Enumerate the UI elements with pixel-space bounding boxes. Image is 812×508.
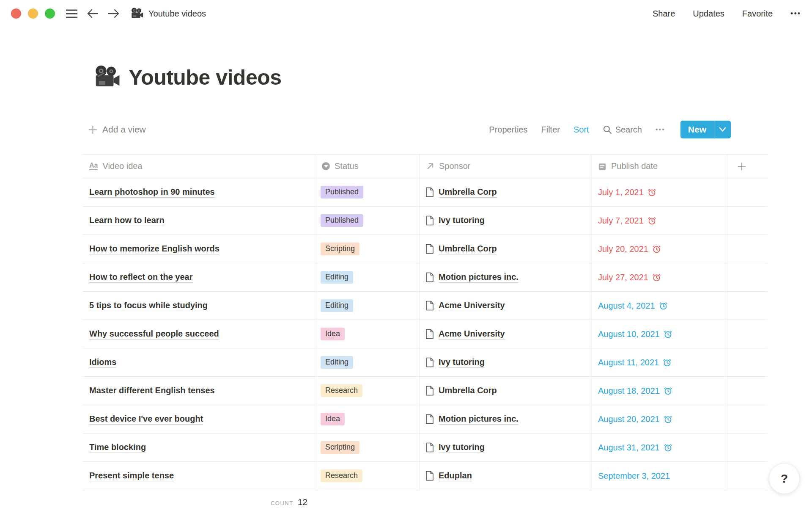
new-button[interactable]: New	[680, 121, 731, 138]
video-idea-cell[interactable]: Learn how to learn	[82, 207, 315, 235]
publish-date-cell[interactable]: July 20, 2021	[591, 235, 727, 263]
status-badge[interactable]: Scripting	[321, 243, 359, 255]
video-idea-link[interactable]: 5 tips to focus while studying	[89, 301, 208, 311]
page-emoji-movie-camera-icon[interactable]	[94, 64, 120, 91]
minimize-window-button[interactable]	[28, 8, 38, 19]
table-row[interactable]: Master different English tenses Research…	[82, 377, 768, 405]
publish-date-cell[interactable]: July 1, 2021	[591, 178, 727, 206]
filter-button[interactable]: Filter	[541, 125, 560, 135]
status-badge[interactable]: Published	[321, 186, 363, 199]
updates-button[interactable]: Updates	[693, 9, 724, 19]
status-badge[interactable]: Research	[321, 469, 362, 482]
publish-date-cell[interactable]: August 31, 2021	[591, 433, 727, 461]
count-row[interactable]: COUNT 12	[82, 490, 315, 507]
column-header-publish-date[interactable]: Publish date	[591, 155, 727, 178]
publish-date-cell[interactable]: August 20, 2021	[591, 405, 727, 433]
publish-date-cell[interactable]: August 4, 2021	[591, 292, 727, 320]
sponsor-cell[interactable]: Acme University	[420, 320, 591, 348]
status-cell[interactable]: Editing	[315, 292, 420, 320]
video-idea-link[interactable]: Learn photoshop in 90 minutes	[89, 187, 215, 198]
status-badge[interactable]: Scripting	[321, 441, 359, 454]
video-idea-cell[interactable]: Learn photoshop in 90 minutes	[82, 178, 315, 206]
table-row[interactable]: 5 tips to focus while studying Editing A…	[82, 292, 768, 320]
status-cell[interactable]: Idea	[315, 405, 420, 433]
video-idea-cell[interactable]: Time blocking	[82, 433, 315, 461]
status-cell[interactable]: Research	[315, 462, 420, 490]
sponsor-link[interactable]: Motion pictures inc.	[439, 272, 518, 283]
share-button[interactable]: Share	[653, 9, 675, 19]
table-row[interactable]: Time blocking Scripting Ivy tutoring Aug…	[82, 433, 768, 462]
add-view-button[interactable]: Add a view	[82, 124, 146, 135]
sort-button[interactable]: Sort	[573, 125, 589, 135]
video-idea-link[interactable]: How to memorize English words	[89, 244, 219, 254]
table-row[interactable]: Present simple tense Research Eduplan Se…	[82, 462, 768, 490]
sponsor-link[interactable]: Umbrella Corp	[439, 244, 497, 254]
back-arrow-icon[interactable]	[87, 8, 99, 19]
view-more-options-icon[interactable]: •••	[656, 126, 665, 133]
sponsor-cell[interactable]: Acme University	[420, 292, 591, 320]
video-idea-cell[interactable]: Present simple tense	[82, 462, 315, 490]
sponsor-link[interactable]: Ivy tutoring	[439, 215, 485, 226]
status-cell[interactable]: Editing	[315, 263, 420, 291]
sponsor-link[interactable]: Motion pictures inc.	[439, 414, 518, 425]
video-idea-cell[interactable]: Why successful people succeed	[82, 320, 315, 348]
table-row[interactable]: Learn how to learn Published Ivy tutorin…	[82, 207, 768, 235]
sponsor-link[interactable]: Eduplan	[439, 471, 472, 481]
sponsor-cell[interactable]: Motion pictures inc.	[420, 263, 591, 291]
sponsor-link[interactable]: Ivy tutoring	[439, 442, 485, 453]
video-idea-cell[interactable]: How to memorize English words	[82, 235, 315, 263]
sponsor-link[interactable]: Ivy tutoring	[439, 357, 485, 368]
status-badge[interactable]: Published	[321, 214, 363, 227]
properties-button[interactable]: Properties	[489, 125, 527, 135]
sponsor-link[interactable]: Umbrella Corp	[439, 187, 497, 198]
status-badge[interactable]: Idea	[321, 328, 345, 340]
status-badge[interactable]: Editing	[321, 356, 353, 369]
favorite-button[interactable]: Favorite	[742, 9, 773, 19]
video-idea-link[interactable]: Idioms	[89, 357, 116, 368]
status-badge[interactable]: Research	[321, 384, 362, 397]
sponsor-link[interactable]: Acme University	[439, 329, 505, 340]
column-header-sponsor[interactable]: Sponsor	[420, 155, 591, 178]
hamburger-menu-icon[interactable]	[66, 9, 77, 18]
video-idea-link[interactable]: Time blocking	[89, 442, 146, 453]
sponsor-cell[interactable]: Umbrella Corp	[420, 377, 591, 405]
table-row[interactable]: Idioms Editing Ivy tutoring August 11, 2…	[82, 348, 768, 377]
table-row[interactable]: Learn photoshop in 90 minutes Published …	[82, 178, 768, 207]
sponsor-cell[interactable]: Motion pictures inc.	[420, 405, 591, 433]
add-column-button[interactable]	[727, 155, 768, 178]
publish-date-cell[interactable]: July 27, 2021	[591, 263, 727, 291]
publish-date-cell[interactable]: August 18, 2021	[591, 377, 727, 405]
sponsor-cell[interactable]: Umbrella Corp	[420, 235, 591, 263]
chevron-down-icon[interactable]	[714, 121, 731, 138]
column-header-video-idea[interactable]: Aa Video idea	[82, 155, 315, 178]
sponsor-cell[interactable]: Umbrella Corp	[420, 178, 591, 206]
status-cell[interactable]: Published	[315, 207, 420, 235]
status-cell[interactable]: Scripting	[315, 235, 420, 263]
publish-date-cell[interactable]: August 11, 2021	[591, 348, 727, 376]
publish-date-cell[interactable]: July 7, 2021	[591, 207, 727, 235]
video-idea-link[interactable]: Present simple tense	[89, 471, 174, 481]
sponsor-link[interactable]: Acme University	[439, 301, 505, 311]
more-options-icon[interactable]: •••	[790, 9, 801, 18]
publish-date-cell[interactable]: September 3, 2021	[591, 462, 727, 490]
sponsor-cell[interactable]: Eduplan	[420, 462, 591, 490]
video-idea-link[interactable]: Best device I've ever bought	[89, 414, 203, 425]
sponsor-link[interactable]: Umbrella Corp	[439, 386, 497, 396]
video-idea-link[interactable]: Learn how to learn	[89, 215, 165, 226]
table-row[interactable]: How to memorize English words Scripting …	[82, 235, 768, 263]
status-badge[interactable]: Idea	[321, 413, 345, 425]
status-cell[interactable]: Idea	[315, 320, 420, 348]
status-cell[interactable]: Editing	[315, 348, 420, 376]
forward-arrow-icon[interactable]	[108, 8, 120, 19]
video-idea-cell[interactable]: 5 tips to focus while studying	[82, 292, 315, 320]
table-row[interactable]: Why successful people succeed Idea Acme …	[82, 320, 768, 348]
page-title[interactable]: Youtube videos	[129, 65, 282, 90]
column-header-status[interactable]: Status	[315, 155, 420, 178]
sponsor-cell[interactable]: Ivy tutoring	[420, 433, 591, 461]
table-row[interactable]: Best device I've ever bought Idea Motion…	[82, 405, 768, 433]
search-button[interactable]: Search	[603, 125, 642, 135]
help-button[interactable]: ?	[769, 463, 800, 494]
video-idea-link[interactable]: Why successful people succeed	[89, 329, 219, 340]
status-cell[interactable]: Scripting	[315, 433, 420, 461]
sponsor-cell[interactable]: Ivy tutoring	[420, 348, 591, 376]
